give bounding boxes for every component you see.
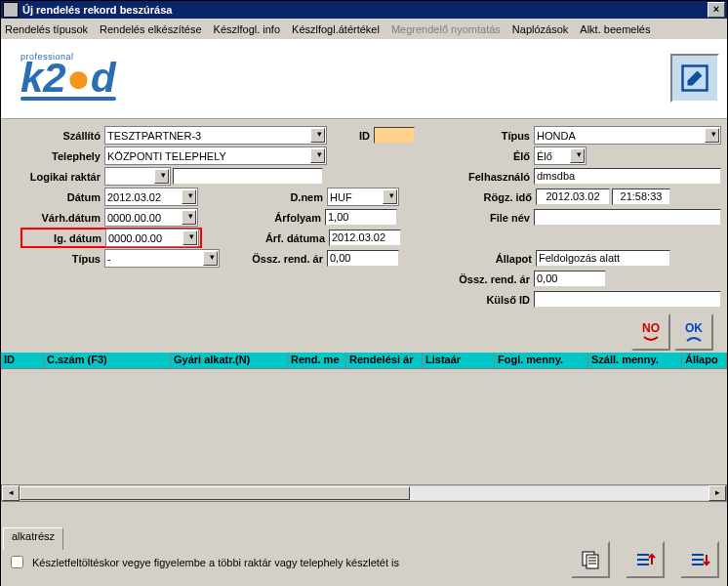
col-allapot[interactable]: Állapo: [682, 353, 727, 369]
menu-rendeles-tipusok[interactable]: Rendelés típusok: [5, 23, 88, 35]
label-osszrend2: Össz. rend. ár: [432, 273, 534, 285]
no-icon: [642, 335, 660, 343]
label-felhasznalo: Felhasználó: [436, 171, 534, 183]
label-igdatum: Ig. dátum: [23, 232, 105, 244]
field-osszrend2[interactable]: 0,00: [534, 271, 606, 287]
copy-button[interactable]: [571, 541, 610, 578]
field-osszrend[interactable]: 0,00: [327, 250, 399, 267]
form-panel: Szállító TESZTPARTNER-3 ID Típus HONDA T…: [1, 119, 727, 353]
edit-button[interactable]: [670, 54, 719, 103]
footer-panel: alkatrész Készletfeltöltéskor vegye figy…: [1, 527, 727, 586]
menu-megrendelo-nyomtatas: Megrendelő nyomtatás: [391, 23, 501, 35]
field-igdatum[interactable]: 0000.00.00: [105, 229, 199, 247]
col-rendar[interactable]: Rendelési ár: [346, 353, 423, 369]
field-rogzido-time[interactable]: 21:58:33: [612, 188, 670, 205]
label-osszrend: Össz. rend. ár: [225, 253, 327, 265]
close-button[interactable]: ×: [708, 2, 725, 18]
grid-body: [1, 369, 727, 484]
horizontal-scrollbar[interactable]: ◂ ▸: [1, 484, 727, 502]
svg-rect-2: [586, 555, 598, 568]
col-rendme[interactable]: Rend. me: [288, 353, 346, 369]
label-arfdatuma: Árf. dátuma: [237, 232, 329, 244]
field-szallito[interactable]: TESZTPARTNER-3: [104, 126, 327, 145]
col-szallmenny[interactable]: Száll. menny.: [588, 353, 682, 369]
label-datum: Dátum: [7, 191, 104, 203]
menu-naplozasok[interactable]: Naplózások: [512, 23, 568, 35]
field-elo[interactable]: Élő: [534, 146, 586, 165]
field-arfdatuma[interactable]: 2012.03.02: [329, 230, 401, 246]
field-rogzido-date[interactable]: 2012.03.02: [536, 188, 610, 205]
ok-icon: [685, 335, 703, 343]
label-dnem: D.nem: [264, 191, 327, 203]
checkbox-label: Készletfeltöltéskor vegye figyelembe a t…: [32, 557, 399, 568]
field-varh[interactable]: 0000.00.00: [104, 208, 198, 227]
menu-keszlfogl-info[interactable]: Készlfogl. info: [214, 23, 280, 35]
window-title: Új rendelés rekord beszúrása: [22, 4, 172, 16]
app-icon: [3, 2, 19, 18]
field-filenev[interactable]: [534, 209, 721, 226]
list-up-button[interactable]: [626, 541, 665, 578]
grid-header: ID C.szám (F3) Gyári alkatr.(N) Rend. me…: [1, 353, 727, 369]
checkbox-keszlet[interactable]: [11, 556, 23, 568]
col-listaar[interactable]: Listaár: [423, 353, 495, 369]
field-kulsoid[interactable]: [534, 291, 721, 308]
label-id: ID: [327, 130, 374, 142]
field-allapot: Feldolgozás alatt: [536, 250, 670, 267]
no-button[interactable]: NO: [631, 314, 670, 351]
k2d-logo: professional k2●d: [20, 52, 116, 101]
field-tipus2[interactable]: -: [104, 249, 220, 268]
field-dnem[interactable]: HUF: [327, 188, 399, 206]
menubar: Rendelés típusok Rendelés elkészítése Ké…: [1, 19, 727, 40]
label-elo: Élő: [471, 150, 534, 162]
ok-button[interactable]: OK: [674, 314, 713, 351]
list-down-button[interactable]: [680, 541, 719, 578]
label-allapot: Állapot: [438, 253, 536, 265]
label-tipus2: Típus: [7, 253, 104, 265]
label-telephely: Telephely: [7, 150, 104, 162]
tab-alkatresz[interactable]: alkatrész: [3, 527, 63, 550]
scroll-right-icon[interactable]: ▸: [708, 485, 726, 501]
field-logikai1[interactable]: [104, 167, 171, 186]
field-tipus[interactable]: HONDA: [534, 126, 721, 145]
titlebar: Új rendelés rekord beszúrása ×: [1, 1, 727, 19]
label-filenev: File név: [436, 212, 534, 224]
col-id[interactable]: ID: [1, 353, 44, 369]
list-up-icon: [634, 549, 656, 570]
field-arfolyam[interactable]: 1,00: [325, 209, 397, 226]
scroll-left-icon[interactable]: ◂: [2, 485, 20, 501]
label-logikai: Logikai raktár: [7, 171, 104, 183]
col-cszam[interactable]: C.szám (F3): [44, 353, 171, 369]
label-rogzido: Rögz. idő: [438, 191, 536, 203]
label-arfolyam: Árfolyam: [251, 212, 325, 224]
copy-icon: [580, 549, 601, 570]
field-id[interactable]: [374, 127, 415, 144]
label-varh: Várh.dátum: [7, 212, 104, 224]
logo-area: professional k2●d: [1, 40, 727, 119]
field-datum[interactable]: 2012.03.02: [104, 188, 198, 206]
field-telephely[interactable]: KÖZPONTI TELEPHELY: [104, 146, 327, 165]
menu-keszlfogl-atertekel[interactable]: Készlfogl.átértékel: [292, 23, 380, 35]
field-felhasznalo[interactable]: dmsdba: [534, 168, 721, 185]
menu-alkt-beemeles[interactable]: Alkt. beemelés: [580, 23, 650, 35]
col-foglmenny[interactable]: Fogl. menny.: [495, 353, 588, 369]
list-down-icon: [689, 549, 710, 570]
label-szallito: Szállító: [7, 130, 104, 142]
label-kulsoid: Külső ID: [432, 294, 534, 306]
menu-rendeles-elkeszitese[interactable]: Rendelés elkészítése: [100, 23, 202, 35]
label-tipus: Típus: [471, 130, 534, 142]
col-gyari[interactable]: Gyári alkatr.(N): [171, 353, 288, 369]
field-logikai2[interactable]: [173, 168, 323, 185]
